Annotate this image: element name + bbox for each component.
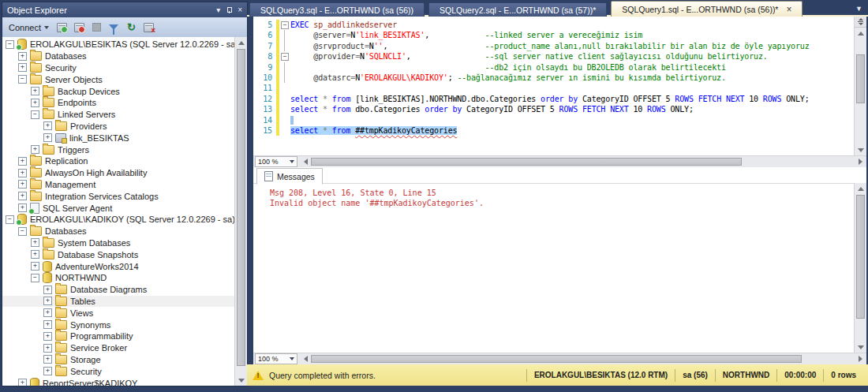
tree-item-security[interactable]: +Security [2, 365, 235, 377]
expand-glyph-icon[interactable]: + [31, 262, 39, 271]
editor-zoom-select[interactable]: 100 % [255, 156, 297, 167]
expand-glyph-icon[interactable]: + [43, 297, 52, 305]
pin-icon[interactable] [226, 7, 231, 13]
messages-zoom-select[interactable]: 100 % [255, 353, 297, 364]
expand-glyph-icon[interactable]: + [43, 355, 52, 364]
expand-glyph-icon[interactable]: + [43, 308, 52, 317]
expand-glyph-icon[interactable]: + [43, 320, 52, 329]
tab-sqlquery2-sql[interactable]: SQLQuery2.sql - E...ORTHWND (sa (57))* [428, 2, 607, 17]
scroll-down-icon[interactable] [235, 375, 247, 386]
expand-glyph-icon[interactable]: + [31, 250, 39, 259]
remove-server-icon[interactable]: × [142, 21, 155, 34]
expand-glyph-icon[interactable]: + [43, 121, 52, 130]
close-tab-icon[interactable]: × [786, 6, 791, 13]
tree-item-database-snapshots[interactable]: +Database Snapshots [2, 248, 235, 260]
tab-sqlquery1-sql[interactable]: SQLQuery1.sql - E...ORTHWND (sa (56))*× [611, 1, 803, 17]
tree-item-database-diagrams[interactable]: +Database Diagrams [2, 284, 235, 296]
object-explorer-titlebar[interactable]: Object Explorer ▾ × [2, 2, 247, 17]
tree-item-linked-servers[interactable]: −Linked Servers [2, 109, 235, 121]
code-line[interactable]: 6 @server=N'link_BESIKTAS', --linked ser… [253, 30, 855, 40]
window-position-icon[interactable]: ▾ [216, 6, 220, 14]
expand-glyph-icon[interactable]: + [18, 52, 27, 61]
scroll-left-icon[interactable] [301, 356, 310, 362]
tab-sqlquery3-sql[interactable]: SQLQuery3.sql - E...ORTHWND (sa (56)) [249, 2, 425, 17]
expand-glyph-icon[interactable]: + [31, 87, 39, 95]
code-line[interactable]: 15select * from ##tmpKadikoyCategories [253, 125, 855, 136]
code-line[interactable]: 10 @datasrc=N'EROLAKGUL\KADIKOY'; --bağl… [253, 73, 855, 83]
scroll-thumb[interactable] [311, 158, 742, 166]
messages-hscrollbar[interactable] [311, 353, 855, 364]
tree-item-reportserver-kadikoy[interactable]: +ReportServer$KADIKOY [2, 377, 235, 386]
messages-scrollbar[interactable] [854, 183, 866, 353]
sql-editor[interactable]: 5EXEC sp_addlinkedserver6 @server=N'link… [253, 17, 866, 155]
disconnect-server-icon[interactable] [73, 21, 86, 34]
tree-item-storage[interactable]: +Storage [2, 354, 235, 366]
tree-item-alwayson-high-availability[interactable]: +AlwaysOn High Availability [2, 167, 235, 179]
scroll-thumb[interactable] [856, 54, 865, 103]
tree-item-databases[interactable]: −Databases [2, 226, 235, 237]
editor-scrollbar[interactable] [854, 17, 866, 155]
scroll-right-icon[interactable] [855, 159, 865, 165]
code-line[interactable]: 5EXEC sp_addlinkedserver [253, 20, 855, 30]
expand-glyph-icon[interactable]: + [43, 367, 52, 375]
messages-output[interactable]: Msg 208, Level 16, State 0, Line 15Inval… [253, 183, 855, 353]
tree-item-server-objects[interactable]: −Server Objects [2, 73, 235, 85]
tree-item-replication[interactable]: +Replication [2, 155, 235, 167]
expand-glyph-icon[interactable]: − [18, 227, 27, 236]
expand-glyph-icon[interactable]: + [43, 332, 52, 341]
scroll-up-icon[interactable] [855, 183, 866, 194]
code-line[interactable]: 14 [253, 115, 855, 125]
code-line[interactable]: 8 @provider=N'SQLNCLI', --sql server nat… [253, 51, 855, 62]
code-line[interactable]: 9 --db2 için olsaydı bu DB2OLEDB olarak … [253, 62, 855, 73]
tree-item-adventureworks2014[interactable]: +AdventureWorks2014 [2, 260, 235, 272]
code-line[interactable]: 7 @srvproduct=N'', --product_name alanı,… [253, 41, 855, 51]
expand-glyph-icon[interactable]: + [18, 63, 27, 72]
tree-item-tables[interactable]: +Tables [2, 296, 235, 308]
expand-glyph-icon[interactable]: + [31, 145, 39, 154]
expand-glyph-icon[interactable]: + [18, 379, 27, 386]
scroll-up-icon[interactable] [855, 28, 866, 39]
tree-item-northwnd[interactable]: −NORTHWND [2, 272, 235, 284]
fold-collapse-icon[interactable] [279, 20, 290, 30]
scroll-thumb[interactable] [311, 355, 802, 363]
tree-item-service-broker[interactable]: +Service Broker [2, 342, 235, 354]
code-line[interactable]: 13select * from dbo.Categories order by … [253, 104, 855, 114]
code-line[interactable]: 12select * from [link_BESIKTAS].NORTHWND… [253, 94, 855, 104]
scroll-right-icon[interactable] [855, 356, 865, 362]
expand-glyph-icon[interactable]: − [6, 215, 14, 224]
editor-hscrollbar[interactable] [311, 156, 855, 167]
expand-glyph-icon[interactable]: + [18, 169, 27, 177]
scroll-down-icon[interactable] [855, 342, 866, 353]
split-editor-handle[interactable] [855, 17, 866, 28]
connect-server-icon[interactable] [55, 21, 69, 34]
tree-item-endpoints[interactable]: +Endpoints [2, 97, 235, 109]
expand-glyph-icon[interactable]: + [43, 286, 52, 294]
filter-icon[interactable] [107, 21, 121, 34]
code-area[interactable]: 5EXEC sp_addlinkedserver6 @server=N'link… [253, 17, 855, 155]
tree-item-databases[interactable]: +Databases [2, 50, 235, 62]
tree-item-link-besiktas[interactable]: +link_BESIKTAS [2, 132, 235, 144]
tree-item-providers[interactable]: +Providers [2, 121, 235, 133]
tab-messages[interactable]: Messages [256, 168, 323, 185]
tree-item-views[interactable]: +Views [2, 307, 235, 319]
stop-icon[interactable] [90, 21, 103, 34]
expand-glyph-icon[interactable]: − [31, 110, 39, 119]
scroll-down-icon[interactable] [855, 144, 866, 155]
code-line[interactable]: 11 [253, 83, 855, 93]
tree-item-erolakgul-besiktas-sql-server-12-0-2269-sa[interactable]: −EROLAKGUL\BESIKTAS (SQL Server 12.0.226… [2, 39, 235, 50]
tree-item-sql-server-agent[interactable]: +SQL Server Agent [2, 202, 235, 214]
connect-button[interactable]: Connect [6, 21, 51, 34]
expand-glyph-icon[interactable]: + [18, 180, 27, 189]
tree-item-synonyms[interactable]: +Synonyms [2, 319, 235, 330]
expand-glyph-icon[interactable]: + [43, 133, 52, 142]
close-icon[interactable]: × [238, 6, 242, 14]
expand-glyph-icon[interactable]: − [31, 274, 39, 282]
scroll-up-icon[interactable] [235, 37, 247, 48]
expand-glyph-icon[interactable]: + [43, 344, 52, 353]
tree-item-security[interactable]: +Security [2, 62, 235, 74]
expand-glyph-icon[interactable]: + [31, 238, 39, 247]
tree-item-triggers[interactable]: +Triggers [2, 144, 235, 155]
fold-collapse-icon[interactable] [279, 51, 290, 62]
expand-glyph-icon[interactable]: + [18, 157, 27, 166]
tree-scrollbar[interactable] [234, 37, 247, 386]
